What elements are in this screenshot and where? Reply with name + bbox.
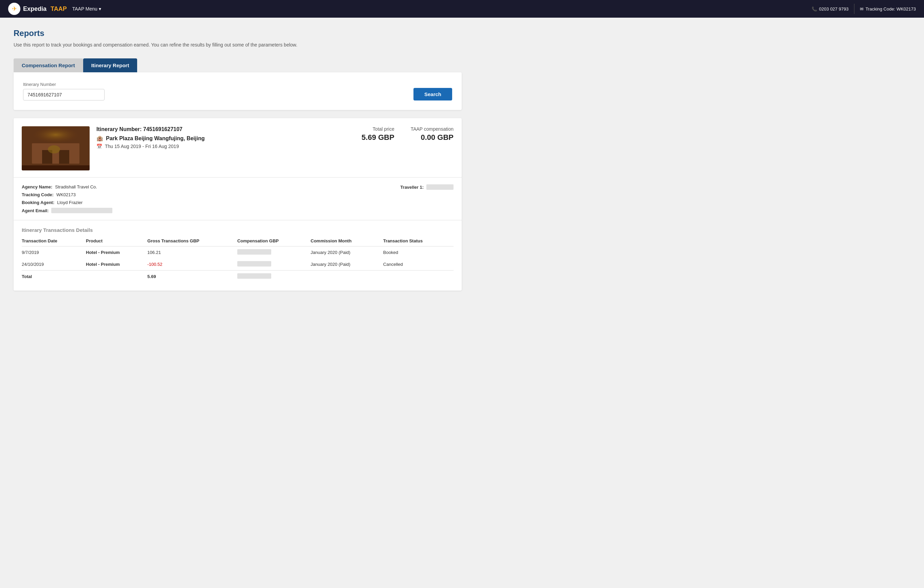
building-icon: 🏨	[96, 135, 103, 142]
agency-label: Agency Name:	[22, 184, 52, 190]
taap-comp-label: TAAP compensation	[411, 126, 454, 132]
tracking-value: WK02173	[56, 192, 76, 197]
cell-gross: -100.52	[147, 258, 237, 271]
tracking-code: Tracking Code: WK02173	[866, 7, 916, 12]
agent-row: Booking Agent: Lloyd Frazier	[22, 200, 112, 205]
total-price-block: Total price 5.69 GBP	[361, 126, 394, 142]
table-row: 24/10/2019 Hotel - Premium -100.52 Janua…	[22, 258, 454, 271]
table-row: 9/7/2019 Hotel - Premium 106.21 January …	[22, 246, 454, 259]
svg-rect-6	[22, 165, 90, 170]
agent-value: Lloyd Frazier	[57, 200, 82, 205]
chevron-down-icon: ▾	[99, 6, 101, 12]
booking-details: Agency Name: Stradishall Travel Co. Trac…	[13, 178, 462, 220]
compensation-blurred	[237, 249, 271, 254]
header-divider	[854, 4, 855, 14]
search-row: Itinerary Number Search	[23, 82, 452, 101]
total-compensation-blurred	[237, 273, 271, 279]
phone-icon: 📞	[812, 7, 817, 12]
cell-gross: 106.21	[147, 246, 237, 259]
tab-compensation[interactable]: Compensation Report	[13, 58, 83, 72]
tracking-area: ✉ Tracking Code: WK02173	[860, 7, 916, 12]
cell-status: Booked	[383, 246, 454, 259]
hotel-name-text: Park Plaza Beijing Wangfujing, Beijing	[106, 135, 205, 142]
col-header-date: Transaction Date	[22, 238, 86, 246]
itinerary-number-label: Itinerary Number	[23, 82, 408, 87]
svg-point-1	[32, 128, 79, 145]
transactions-title: Itinerary Transactions Details	[22, 227, 454, 233]
col-header-status: Transaction Status	[383, 238, 454, 246]
col-header-commission: Commission Month	[310, 238, 383, 246]
cell-product: Hotel - Premium	[86, 258, 147, 271]
search-panel: Itinerary Number Search	[13, 72, 462, 110]
report-tabs: Compensation Report Itinerary Report	[13, 58, 462, 72]
col-header-compensation: Compensation GBP	[237, 238, 310, 246]
tracking-label: Tracking Code:	[22, 192, 54, 197]
main-content: Reports Use this report to track your bo…	[0, 18, 475, 301]
cell-product: Hotel - Premium	[86, 246, 147, 259]
table-total-row: Total 5.69	[22, 271, 454, 283]
result-card: Itinerary Number: 7451691627107 🏨 Park P…	[13, 118, 462, 291]
cell-compensation	[237, 246, 310, 259]
traveller-value-blurred	[426, 184, 454, 190]
logo-area: ✈ Expedia TAAP	[8, 3, 67, 15]
hotel-dates: 📅 Thu 15 Aug 2019 - Fri 16 Aug 2019	[96, 144, 355, 149]
details-left: Agency Name: Stradishall Travel Co. Trac…	[22, 184, 112, 213]
calendar-icon: 📅	[96, 144, 102, 149]
hotel-image	[22, 126, 90, 170]
itinerary-field-group: Itinerary Number	[23, 82, 408, 101]
cell-commission: January 2020 (Paid)	[310, 258, 383, 271]
phone-area: 📞 0203 027 9793	[812, 7, 849, 12]
itinerary-number-display: Itinerary Number: 7451691627107	[96, 126, 355, 132]
hotel-dates-text: Thu 15 Aug 2019 - Fri 16 Aug 2019	[105, 144, 179, 149]
total-status	[383, 271, 454, 283]
traveller-section: Traveller 1:	[400, 184, 454, 190]
total-commission	[310, 271, 383, 283]
total-compensation	[237, 271, 310, 283]
total-gross: 5.69	[147, 271, 237, 283]
hotel-image-inner	[22, 126, 90, 170]
email-value-blurred	[51, 208, 112, 213]
page-title: Reports	[13, 28, 462, 38]
total-price-label: Total price	[361, 126, 394, 132]
itinerary-number-input[interactable]	[23, 89, 104, 101]
agent-label: Booking Agent:	[22, 200, 54, 205]
cell-date: 9/7/2019	[22, 246, 86, 259]
app-header: ✈ Expedia TAAP TAAP Menu ▾ 📞 0203 027 97…	[0, 0, 924, 18]
svg-rect-4	[59, 150, 69, 164]
phone-number: 0203 027 9793	[819, 7, 849, 12]
taap-comp-value: 0.00 GBP	[411, 133, 454, 142]
logo-icon: ✈	[8, 3, 20, 15]
transactions-section: Itinerary Transactions Details Transacti…	[13, 220, 462, 291]
agency-value: Stradishall Travel Co.	[55, 184, 97, 190]
page-description: Use this report to track your bookings a…	[13, 42, 462, 48]
header-right: 📞 0203 027 9793 ✉ Tracking Code: WK02173	[812, 4, 916, 14]
hotel-info: Itinerary Number: 7451691627107 🏨 Park P…	[96, 126, 355, 149]
logo-taap: TAAP	[51, 5, 67, 13]
total-product	[86, 271, 147, 283]
tab-itinerary[interactable]: Itinerary Report	[83, 58, 137, 72]
cell-compensation	[237, 258, 310, 271]
email-icon: ✉	[860, 7, 864, 12]
agency-row: Agency Name: Stradishall Travel Co.	[22, 184, 112, 190]
transactions-table: Transaction Date Product Gross Transacti…	[22, 238, 454, 282]
traveller-label: Traveller 1:	[400, 185, 424, 190]
header-left: ✈ Expedia TAAP TAAP Menu ▾	[8, 3, 101, 15]
total-price-value: 5.69 GBP	[361, 133, 394, 142]
price-section: Total price 5.69 GBP TAAP compensation 0…	[361, 126, 454, 142]
svg-point-5	[48, 145, 60, 154]
cell-date: 24/10/2019	[22, 258, 86, 271]
tracking-row: Tracking Code: WK02173	[22, 192, 112, 197]
email-label: Agent Email:	[22, 208, 49, 213]
cell-commission: January 2020 (Paid)	[310, 246, 383, 259]
table-header-row: Transaction Date Product Gross Transacti…	[22, 238, 454, 246]
email-row: Agent Email:	[22, 208, 112, 213]
cell-status: Cancelled	[383, 258, 454, 271]
search-button[interactable]: Search	[413, 88, 452, 101]
logo-name: Expedia	[23, 5, 46, 13]
hotel-header: Itinerary Number: 7451691627107 🏨 Park P…	[13, 118, 462, 178]
taap-comp-block: TAAP compensation 0.00 GBP	[411, 126, 454, 142]
hotel-name: 🏨 Park Plaza Beijing Wangfujing, Beijing	[96, 135, 355, 142]
taap-menu-button[interactable]: TAAP Menu ▾	[72, 6, 101, 12]
col-header-product: Product	[86, 238, 147, 246]
nav-menu-label: TAAP Menu	[72, 6, 97, 12]
